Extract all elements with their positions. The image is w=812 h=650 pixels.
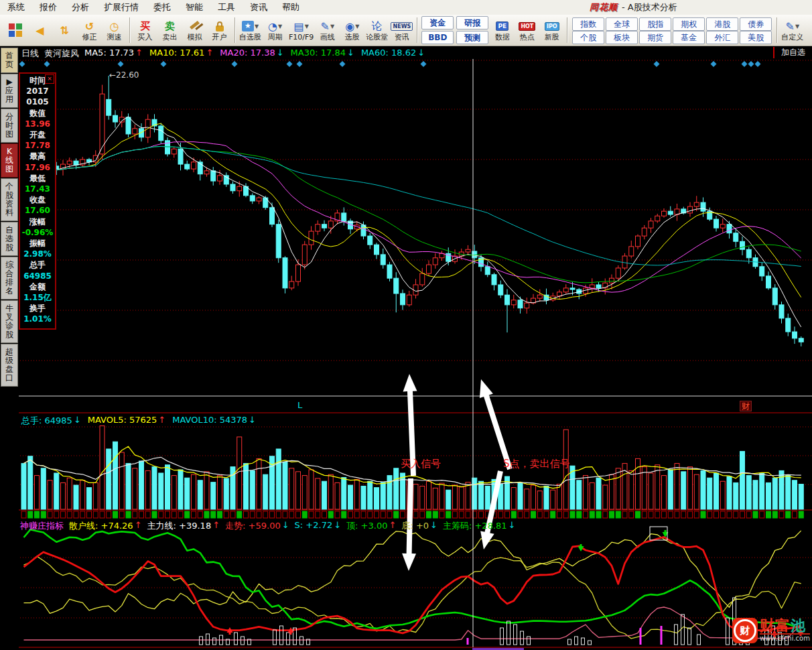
info-row: 64985 <box>20 271 55 281</box>
watermark-url: www.cfchi.com <box>760 633 810 642</box>
info-row: 2.98% <box>20 249 55 259</box>
toolbar-label: 卖出 <box>163 34 178 42</box>
toolbar-button-customize[interactable]: ✎▼自定义 <box>781 15 804 45</box>
toolbar-button-f10-f9[interactable]: ▤▼F10/F9 <box>288 15 314 45</box>
info-row: 17.96 <box>20 162 55 173</box>
toolbar-button-back[interactable]: ◀ <box>28 15 52 45</box>
toolbar-button-simulate[interactable]: 模拟 <box>183 15 206 45</box>
menu-item-帮助[interactable]: 帮助 <box>275 1 307 13</box>
ind-顶:: 顶: +3.00↑ <box>346 520 396 532</box>
toolbar-button-buy[interactable]: 买买入 <box>133 15 157 45</box>
volume-header: 总手: 64985↓MAVOL5: 57625↑MAVOL10: 54378↓ <box>21 415 256 427</box>
market-button-外汇[interactable]: 外汇 <box>706 31 738 44</box>
menu-item-资讯[interactable]: 资讯 <box>243 1 275 13</box>
watermark-name: 财富池 <box>760 619 810 633</box>
sidebar-tab-牛叉诊股[interactable]: 牛叉诊股 <box>1 300 18 343</box>
toolbar-stack-funds-bbd: 资金BBD <box>421 16 454 44</box>
info-row: 开盘 <box>20 129 55 140</box>
data-tip-panel[interactable]: × 时间20170105数值13.96开盘17.78最高17.96最低17.43… <box>19 72 56 330</box>
updown-icon: ⇅ <box>60 24 69 37</box>
chevron-down-icon[interactable]: ▼ <box>355 23 359 29</box>
market-button-港股[interactable]: 港股 <box>706 17 738 31</box>
toolbar-button-news[interactable]: NEWS资讯 <box>390 15 413 45</box>
toolbar-button-new-shares[interactable]: IPO新股 <box>540 15 563 45</box>
toolbar-separator <box>417 17 417 43</box>
market-button-基金[interactable]: 基金 <box>673 31 705 44</box>
info-row: 涨幅 <box>20 216 55 227</box>
toolbar-label: 热点 <box>520 34 535 42</box>
sidebar-tab-综合排名[interactable]: 综合排名 <box>1 257 18 300</box>
toolbar-button-revise[interactable]: ↺修正 <box>78 15 101 45</box>
toolbar-button-scroll[interactable]: ⇅ <box>53 15 76 45</box>
toolbar-button-hot[interactable]: HOT热点 <box>515 15 539 45</box>
chevron-down-icon[interactable]: ▼ <box>330 23 334 29</box>
menu-item-工具[interactable]: 工具 <box>210 1 243 13</box>
toolbar-label: 测速 <box>107 34 122 42</box>
button-BBD[interactable]: BBD <box>421 31 454 44</box>
sidebar-tab-应用[interactable]: ▶应用 <box>1 74 18 108</box>
menu-item-委托[interactable]: 委托 <box>146 1 178 13</box>
toolbar-button-forum[interactable]: 论论股堂 <box>365 15 389 45</box>
toolbar-label: 买入 <box>138 34 153 42</box>
app-logo: 同花顺 <box>590 1 618 13</box>
market-button-指数[interactable]: 指数 <box>572 17 604 31</box>
toolbar-button-stock-screener[interactable]: ◉▼选股 <box>340 15 364 45</box>
ind-走势:: 走势: +59.00↓ <box>225 520 289 532</box>
toolbar-button-watchlist[interactable]: ★▼自选股 <box>239 15 262 45</box>
toolbar-button-layout[interactable] <box>3 15 27 45</box>
menu-item-智能[interactable]: 智能 <box>178 1 210 13</box>
market-button-债券[interactable]: 债券 <box>740 17 772 31</box>
market-button-期货[interactable]: 期货 <box>639 31 671 44</box>
info-row: 13.96 <box>20 119 55 129</box>
toolbar-button-sell[interactable]: 卖卖出 <box>158 15 182 45</box>
toolbar-button-data[interactable]: PE数据 <box>490 15 514 45</box>
market-button-板块[interactable]: 板块 <box>606 31 638 44</box>
vol-MAVOL5:: MAVOL5: 57625↑ <box>88 415 165 427</box>
market-button-全球[interactable]: 全球 <box>606 17 638 31</box>
market-button-股指[interactable]: 股指 <box>639 17 671 31</box>
hot-icon: HOT <box>519 22 535 31</box>
caifuchi-logo-icon: 财 <box>732 618 758 643</box>
info-row: 1.15亿 <box>20 292 55 303</box>
toolbar-button-period[interactable]: ◔▼周期 <box>263 15 287 45</box>
sidebar-tab-首页[interactable]: 首页 <box>1 48 18 73</box>
sidebar-tab-超级盘口[interactable]: 超级盘口 <box>1 344 18 387</box>
menu-item-报价[interactable]: 报价 <box>32 1 64 13</box>
chevron-down-icon[interactable]: ▼ <box>795 23 799 29</box>
add-watchlist-button[interactable]: 加自选 <box>773 47 812 58</box>
market-button-个股[interactable]: 个股 <box>572 31 604 44</box>
close-icon[interactable]: × <box>45 74 54 84</box>
indicator-name[interactable]: 神赚庄指标 <box>20 520 64 532</box>
chart-canvas[interactable] <box>19 47 812 650</box>
menu-item-扩展行情[interactable]: 扩展行情 <box>96 1 146 13</box>
toolbar-label: 画线 <box>320 34 335 42</box>
button-研报[interactable]: 研报 <box>456 16 488 29</box>
sell-signal-annotation: S点，卖出信号 <box>503 458 570 470</box>
menu-item-分析[interactable]: 分析 <box>64 1 96 13</box>
ipo-icon: IPO <box>545 22 559 31</box>
chevron-down-icon[interactable]: ▼ <box>255 23 259 29</box>
button-预测[interactable]: 预测 <box>456 31 488 44</box>
vol-总手:: 总手: 64985↓ <box>21 415 81 427</box>
info-row: -0.96% <box>20 227 55 238</box>
sidebar-tab-个股资料[interactable]: 个股资料 <box>1 178 18 221</box>
toolbar-label: 资讯 <box>395 34 409 42</box>
left-arrow-pointer: ← <box>109 70 116 80</box>
menu-item-系统[interactable]: 系统 <box>0 1 32 13</box>
toolbar-button-speed-test[interactable]: ◷测速 <box>103 15 126 45</box>
lock-icon <box>216 25 224 31</box>
sidebar-tab-K线图[interactable]: K线图 <box>1 143 18 178</box>
star-icon: ★ <box>242 21 254 31</box>
toolbar-button-draw-line[interactable]: ✎▼画线 <box>316 15 339 45</box>
market-button-期权[interactable]: 期权 <box>673 17 705 31</box>
chevron-down-icon[interactable]: ▼ <box>278 23 282 29</box>
sidebar-tab-自选股[interactable]: 自选股 <box>1 222 18 256</box>
toolbar-button-open-account[interactable]: 开户 <box>208 15 231 45</box>
sidebar-tab-分时图[interactable]: 分时图 <box>1 109 18 143</box>
ind-S:: S: +2.72↓ <box>295 520 342 532</box>
menu-bar: 系统报价分析扩展行情委托智能工具资讯帮助 同花顺 - A股技术分析 <box>0 0 812 15</box>
chevron-down-icon[interactable]: ▼ <box>305 23 309 29</box>
market-button-美股[interactable]: 美股 <box>740 31 772 44</box>
button-资金[interactable]: 资金 <box>421 16 454 29</box>
toolbar-separator <box>567 17 567 43</box>
